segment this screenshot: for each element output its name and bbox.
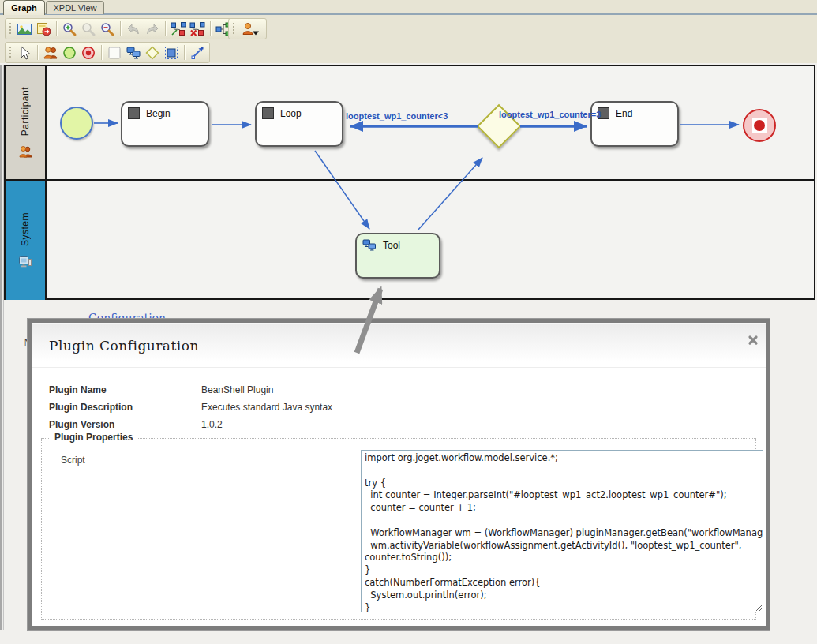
zoom-actual-icon[interactable] xyxy=(80,21,97,38)
plugin-configuration-dialog: Plugin Configuration Plugin Name BeanShe… xyxy=(28,319,770,630)
image-capture-icon[interactable] xyxy=(16,21,33,38)
zoom-out-icon[interactable] xyxy=(99,21,116,38)
lane-system-label: System xyxy=(20,212,31,246)
end-event-dot xyxy=(754,120,765,131)
toolbar-drag-handle[interactable] xyxy=(232,22,236,36)
toolbar-separator xyxy=(184,45,185,60)
zoom-in-icon[interactable] xyxy=(61,21,78,38)
lane-divider xyxy=(6,179,814,181)
subflow-tool-icon[interactable] xyxy=(163,44,180,62)
activity-tool-icon[interactable] xyxy=(106,44,123,62)
field-label-plugin-version: Plugin Version xyxy=(49,419,114,430)
delete-transition-icon[interactable] xyxy=(189,21,206,38)
transition-label-loop[interactable]: looptest_wp1_counter<3 xyxy=(346,111,448,121)
activity-node-begin[interactable]: Begin xyxy=(121,101,209,147)
workflow-editor-window: Graph XPDL View xyxy=(0,0,817,644)
node-label: Loop xyxy=(280,108,302,119)
plugin-properties-legend: Plugin Properties xyxy=(50,432,137,443)
activity-node-end[interactable]: End xyxy=(590,101,679,147)
field-value-plugin-version: 1.0.2 xyxy=(201,419,223,430)
start-node-tool-icon[interactable] xyxy=(61,44,78,62)
tool-node[interactable]: Tool xyxy=(355,233,440,279)
tool-node-tool-icon[interactable] xyxy=(125,44,142,62)
participant-mapping-icon[interactable] xyxy=(239,21,263,38)
end-node-tool-icon[interactable] xyxy=(80,44,97,62)
toolbar-separator xyxy=(120,21,121,36)
toolbar-palette xyxy=(5,42,210,63)
node-label: End xyxy=(616,108,632,119)
transition-label-end[interactable]: looptest_wp1_counter=3 xyxy=(499,110,601,119)
route-tool-icon[interactable] xyxy=(144,44,161,62)
activity-icon xyxy=(262,107,274,119)
start-event-node[interactable] xyxy=(60,107,93,140)
top-chrome: Graph XPDL View xyxy=(0,0,817,63)
activity-node-loop[interactable]: Loop xyxy=(255,101,343,147)
toolbar-separator xyxy=(210,21,211,36)
script-textarea[interactable]: import org.joget.workflow.model.service.… xyxy=(361,450,763,612)
lane-header-system[interactable]: System xyxy=(6,181,47,300)
undo-icon[interactable] xyxy=(125,21,142,38)
lane-header-participant[interactable]: Participant xyxy=(6,66,47,179)
toolbar-separator xyxy=(56,21,57,36)
participant-tool-icon[interactable] xyxy=(42,44,59,62)
dialog-body: Plugin Name BeanShell Plugin Plugin Desc… xyxy=(32,368,766,626)
tool-node-icon xyxy=(362,239,377,252)
tab-xpdl-label: XPDL View xyxy=(53,3,96,13)
lane-participant-label: Participant xyxy=(20,87,31,136)
close-icon[interactable] xyxy=(748,335,759,346)
field-label-plugin-name: Plugin Name xyxy=(49,384,107,395)
edit-transition-icon[interactable] xyxy=(170,21,187,38)
plugin-properties-fieldset: Plugin Properties Script import org.joge… xyxy=(41,438,756,620)
dialog-header: Plugin Configuration xyxy=(32,323,766,368)
activity-icon xyxy=(128,107,140,119)
participant-lane-icon xyxy=(18,144,32,159)
toolbar-participant-group xyxy=(228,18,267,39)
tab-graph-label: Graph xyxy=(11,3,36,13)
transition-tool-icon[interactable] xyxy=(189,44,206,62)
end-event-inner-square xyxy=(752,118,767,133)
toolbar-separator xyxy=(165,21,166,36)
field-value-plugin-name: BeanShell Plugin xyxy=(201,384,273,395)
toolbar-separator xyxy=(101,45,102,60)
toolbar-separator xyxy=(37,45,38,60)
redo-icon[interactable] xyxy=(144,21,161,38)
tab-graph[interactable]: Graph xyxy=(3,0,45,15)
dialog-title: Plugin Configuration xyxy=(49,338,199,354)
export-image-icon[interactable] xyxy=(35,21,52,38)
script-label: Script xyxy=(61,455,85,466)
toolbar-drag-handle[interactable] xyxy=(9,46,13,59)
node-label: Begin xyxy=(146,108,171,119)
end-event-node[interactable] xyxy=(743,109,776,142)
obscured-background-text: Configuration xyxy=(88,312,223,319)
field-label-plugin-description: Plugin Description xyxy=(49,402,133,413)
node-label: Tool xyxy=(383,240,400,251)
pointer-icon[interactable] xyxy=(16,44,33,62)
field-value-plugin-description: Executes standard Java syntax xyxy=(201,402,332,413)
tab-strip-divider xyxy=(0,13,817,15)
system-lane-icon xyxy=(18,255,32,268)
tab-xpdl-view[interactable]: XPDL View xyxy=(46,1,104,14)
toolbar-main xyxy=(5,18,245,39)
toolbar-drag-handle[interactable] xyxy=(9,22,13,36)
